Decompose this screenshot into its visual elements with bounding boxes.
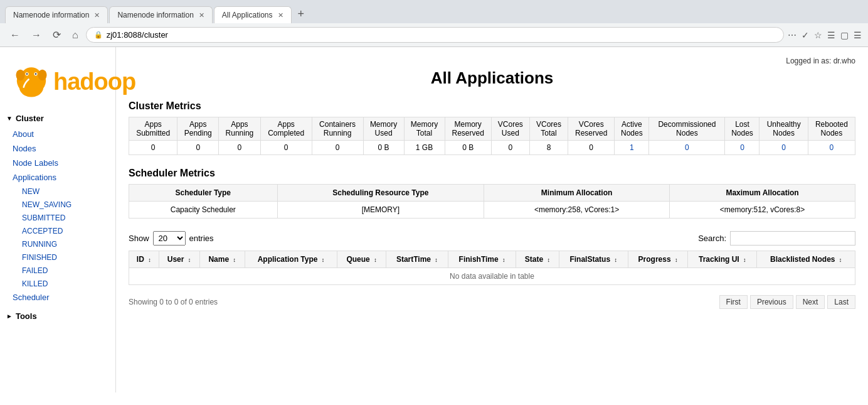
col-application-type[interactable]: Application Type ↕ [245, 251, 337, 268]
sidebar-item-applications[interactable]: Applications [0, 170, 115, 185]
col-lost-nodes: LostNodes [725, 117, 760, 141]
col-user[interactable]: User ↕ [159, 251, 199, 268]
val-active-nodes[interactable]: 1 [615, 141, 649, 155]
sidebar-cluster-header[interactable]: ▼ Cluster [0, 110, 115, 127]
finishtime-sort-icon: ↕ [502, 257, 505, 263]
nodelabels-link[interactable]: Node Labels [13, 158, 58, 168]
new-link[interactable]: NEW [22, 187, 40, 196]
cluster-arrow-icon: ▼ [6, 115, 13, 122]
unhealthy-nodes-link[interactable]: 0 [781, 143, 786, 152]
no-data-cell: No data available in table [129, 268, 855, 285]
library-icon[interactable]: ☰ [827, 30, 835, 40]
decommissioned-nodes-link[interactable]: 0 [685, 143, 689, 152]
forward-button[interactable]: → [28, 28, 45, 43]
col-tracking-ui[interactable]: Tracking UI ↕ [688, 251, 757, 268]
sched-col-min-alloc: Minimum Allocation [484, 185, 670, 202]
rebooted-nodes-link[interactable]: 0 [830, 143, 834, 152]
sidebar-item-scheduler[interactable]: Scheduler [0, 290, 115, 305]
col-apps-completed: AppsCompleted [260, 117, 312, 141]
sidebar-item-failed[interactable]: FAILED [0, 264, 115, 277]
failed-link[interactable]: FAILED [22, 266, 48, 275]
applications-link[interactable]: Applications [13, 173, 56, 182]
tab-namenode-2[interactable]: Namenode information ✕ [109, 6, 212, 23]
star-icon[interactable]: ☆ [814, 30, 822, 40]
col-id[interactable]: ID ↕ [129, 251, 159, 268]
previous-button[interactable]: Previous [750, 295, 793, 309]
main-content: Logged in as: dr.who All Applications Cl… [116, 47, 868, 392]
col-finish-time[interactable]: FinishTime ↕ [448, 251, 516, 268]
col-progress[interactable]: Progress ↕ [628, 251, 687, 268]
page-title: All Applications [129, 68, 855, 88]
scheduler-metrics-title: Scheduler Metrics [129, 168, 855, 179]
active-nodes-link[interactable]: 1 [630, 143, 634, 152]
finished-link[interactable]: FINISHED [22, 253, 57, 262]
col-start-time[interactable]: StartTime ↕ [386, 251, 448, 268]
id-sort-icon: ↕ [148, 257, 151, 263]
accepted-link[interactable]: ACCEPTED [22, 227, 63, 235]
next-button[interactable]: Next [796, 295, 825, 309]
val-unhealthy-nodes[interactable]: 0 [760, 141, 808, 155]
menu-icon[interactable]: ☰ [854, 30, 862, 40]
col-blacklisted-nodes[interactable]: Blacklisted Nodes ↕ [757, 251, 855, 268]
killed-link[interactable]: KILLED [22, 279, 48, 288]
sidebar-toggle-icon[interactable]: ▢ [840, 30, 849, 40]
sidebar-item-nodes[interactable]: Nodes [0, 141, 115, 156]
reload-button[interactable]: ⟳ [49, 27, 65, 43]
tab-all-applications[interactable]: All Applications ✕ [214, 6, 292, 23]
col-state[interactable]: State ↕ [516, 251, 559, 268]
val-memory-total: 1 GB [404, 141, 445, 155]
url-input[interactable] [107, 30, 776, 40]
scheduler-link[interactable]: Scheduler [13, 293, 50, 302]
tab-close-2[interactable]: ✕ [199, 11, 204, 19]
first-button[interactable]: First [719, 295, 748, 309]
val-rebooted-nodes[interactable]: 0 [808, 141, 855, 155]
new-tab-button[interactable]: + [293, 5, 310, 23]
state-sort-icon: ↕ [548, 257, 551, 263]
tab-close-3[interactable]: ✕ [278, 11, 283, 19]
bookmark-icon[interactable]: ✓ [802, 30, 809, 40]
sidebar-tools-header[interactable]: ► Tools [0, 308, 115, 325]
col-final-status[interactable]: FinalStatus ↕ [559, 251, 628, 268]
sidebar-item-new[interactable]: NEW [0, 185, 115, 198]
about-link[interactable]: About [13, 129, 34, 139]
val-vcores-used: 0 [491, 141, 529, 155]
more-options-icon[interactable]: ⋯ [788, 30, 797, 40]
home-button[interactable]: ⌂ [68, 28, 82, 43]
sidebar-item-submitted[interactable]: SUBMITTED [0, 211, 115, 224]
address-bar[interactable]: 🔒 [86, 27, 784, 43]
val-memory-reserved: 0 B [445, 141, 491, 155]
page-wrapper: hadoop ▼ Cluster About Nodes Node Labels… [0, 47, 868, 392]
col-unhealthy-nodes: UnhealthyNodes [760, 117, 808, 141]
logged-in-text: Logged in as: dr.who [129, 57, 855, 65]
last-button[interactable]: Last [827, 295, 855, 309]
sidebar-item-running[interactable]: RUNNING [0, 237, 115, 251]
val-memory-used: 0 B [363, 141, 404, 155]
tab-close-1[interactable]: ✕ [94, 11, 100, 19]
col-active-nodes: ActiveNodes [615, 117, 649, 141]
lost-nodes-link[interactable]: 0 [740, 143, 744, 152]
security-icon: 🔒 [94, 31, 103, 39]
col-name[interactable]: Name ↕ [199, 251, 245, 268]
sidebar-item-about[interactable]: About [0, 127, 115, 141]
submitted-link[interactable]: SUBMITTED [22, 213, 65, 222]
col-queue[interactable]: Queue ↕ [337, 251, 386, 268]
new-saving-link[interactable]: NEW_SAVING [22, 200, 71, 209]
val-lost-nodes[interactable]: 0 [725, 141, 760, 155]
cluster-metrics-title: Cluster Metrics [129, 100, 855, 112]
sidebar-item-killed[interactable]: KILLED [0, 277, 115, 290]
nodes-link[interactable]: Nodes [13, 144, 36, 153]
val-decommissioned-nodes[interactable]: 0 [649, 141, 725, 155]
entries-select[interactable]: 20 50 100 [153, 231, 186, 246]
sidebar-item-new-saving[interactable]: NEW_SAVING [0, 198, 115, 211]
search-input[interactable] [730, 231, 855, 246]
sidebar-item-accepted[interactable]: ACCEPTED [0, 224, 115, 237]
tab-label-1: Namenode information [13, 11, 89, 19]
sidebar-item-finished[interactable]: FINISHED [0, 251, 115, 264]
cluster-metrics-table: AppsSubmitted AppsPending AppsRunning Ap… [129, 117, 855, 155]
tab-namenode-1[interactable]: Namenode information ✕ [5, 6, 108, 23]
sidebar-cluster-label: Cluster [16, 114, 44, 123]
back-button[interactable]: ← [6, 28, 24, 43]
running-link[interactable]: RUNNING [22, 240, 57, 249]
logo-area: hadoop [0, 53, 115, 110]
sidebar-item-nodelabels[interactable]: Node Labels [0, 156, 115, 170]
